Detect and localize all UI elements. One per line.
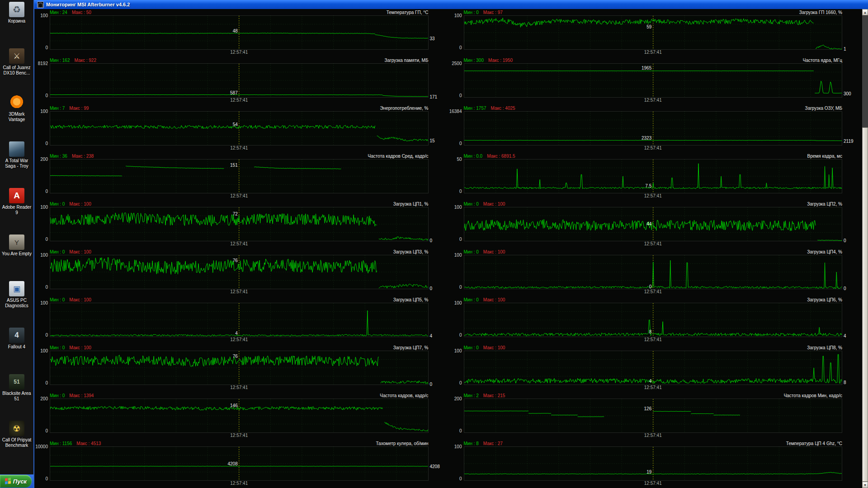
graph-title: Загрузка ЦП8, % — [807, 345, 842, 350]
taskbar: Пуск — [0, 474, 33, 488]
desktop-icon-image: 4 — [9, 328, 24, 343]
graph-title: Загрузка ОЗУ, МБ — [805, 106, 842, 111]
graph-current-value: 4 — [844, 333, 846, 338]
windows-flag-icon — [5, 478, 11, 484]
desktop-icon-label: You Are Empty — [2, 251, 32, 257]
axis-zero-label: 0 — [34, 189, 48, 194]
graph-center-value: 1965 — [642, 66, 651, 70]
scrollbar-thumb[interactable] — [862, 127, 868, 482]
desktop-icon-image: Y — [9, 235, 24, 250]
desktop-icon-image — [9, 141, 24, 157]
axis-zero-label: 0 — [34, 45, 48, 50]
graph-max-label: Макс : 238 — [72, 154, 94, 159]
graph-title: Загрузка ЦП6, % — [807, 297, 842, 302]
desktop-icon-image: ⚔ — [9, 48, 24, 64]
graph-max-label: Макс : 50 — [72, 10, 91, 15]
axis-zero-label: 0 — [448, 428, 462, 433]
scrollbar-up-arrow-icon[interactable]: ▲ — [862, 9, 868, 15]
axis-zero-label: 0 — [448, 141, 462, 146]
desktop-icon-recycle-bin[interactable]: ♻ Корзина — [0, 2, 33, 45]
graph-current-value: 33 — [430, 36, 435, 41]
axis-max-label: 100 — [34, 109, 48, 114]
vertical-scrollbar[interactable]: ▲ ▼ — [862, 9, 868, 488]
graph-timestamp: 12:57:41 — [230, 289, 248, 294]
axis-max-label: 10000 — [34, 444, 48, 449]
graph-max-label: Макс : 4513 — [76, 441, 101, 446]
graph-panel-cpu5: Мин : 0 Макс : 100 Загрузка ЦП5, % 100 0… — [34, 296, 448, 344]
axis-max-label: 100 — [448, 444, 462, 449]
desktop-icon-fallout-4[interactable]: 4 Fallout 4 — [0, 328, 33, 371]
graph-plot: 587 171 12:57:41 — [50, 63, 429, 98]
graph-min-label: Мин : 1156 — [50, 441, 72, 446]
desktop-icon-label: Blacksite Area 51 — [0, 391, 33, 401]
graph-min-label: Мин : 2 — [464, 393, 479, 398]
graph-title: Время кадра, мс — [807, 154, 842, 159]
graph-max-label: Макс : 99 — [69, 106, 89, 111]
afterburner-monitor-window: Мониторинг MSI Afterburner v4.6.2 Мин : … — [33, 0, 868, 488]
graph-center-value: 44 — [646, 221, 651, 226]
graph-current-value: 300 — [844, 91, 851, 96]
axis-max-label: 100 — [448, 253, 462, 258]
graph-title: Энергопотребление, % — [380, 106, 429, 111]
desktop-icon-label: Call Of Pripyat Benchmark — [0, 437, 33, 448]
axis-zero-label: 0 — [448, 380, 462, 385]
graph-timestamp: 12:57:41 — [230, 337, 248, 342]
desktop-icon-blacksite[interactable]: 51 Blacksite Area 51 — [0, 374, 33, 418]
graph-min-label: Мин : 7 — [50, 106, 65, 111]
start-button-label: Пуск — [13, 478, 27, 485]
start-button[interactable]: Пуск — [0, 475, 32, 488]
desktop-icon-you-are-empty[interactable]: Y You Are Empty — [0, 235, 33, 278]
scrollbar-down-arrow-icon[interactable]: ▼ — [862, 482, 868, 488]
graph-timestamp: 12:57:41 — [644, 337, 662, 342]
graph-panel-cpu7: Мин : 0 Макс : 100 Загрузка ЦП7, % 100 0… — [34, 344, 448, 392]
desktop-icon-asus-pc-diagnostics[interactable]: ▣ ASUS PC Diagnostics — [0, 281, 33, 324]
desktop-icon-image: ♻ — [9, 2, 24, 17]
graph-min-label: Мин : 0 — [50, 297, 65, 302]
desktop-icon-adobe-reader[interactable]: A Adobe Reader 9 — [0, 188, 33, 231]
graph-plot: 54 15 12:57:41 — [50, 111, 429, 145]
graph-min-label: Мин : 162 — [50, 58, 70, 63]
graph-min-label: Мин : 0 — [50, 249, 65, 254]
axis-max-label: 100 — [448, 300, 462, 305]
graph-timestamp: 12:57:41 — [230, 241, 248, 246]
graph-max-label: Макс : 100 — [483, 249, 505, 254]
desktop-icon-call-of-juarez[interactable]: ⚔ Call of Juarez DX10 Benc... — [0, 48, 33, 92]
graph-current-value: 0 — [430, 382, 433, 387]
graph-plot: 76 0 12:57:41 — [50, 255, 429, 289]
graph-max-label: Макс : 100 — [69, 249, 91, 254]
desktop-icon-3dmark-vantage[interactable]: 3DMark Vantage — [0, 95, 33, 138]
graph-panel-cpu-temp: Мин : 8 Макс : 27 Температура ЦП 4 Ghz, … — [448, 440, 863, 488]
graph-min-label: Мин : 8 — [464, 441, 479, 446]
graph-current-value: 4208 — [430, 464, 440, 469]
desktop-icon-pripyat[interactable]: ☢ Call Of Pripyat Benchmark — [0, 421, 33, 464]
axis-max-label: 200 — [34, 157, 48, 162]
desktop-icon-image — [9, 95, 24, 110]
desktop-icon-image: 51 — [9, 374, 24, 389]
graph-timestamp: 12:57:41 — [644, 385, 662, 390]
afterburner-app-icon — [37, 1, 44, 8]
graph-plot: 2323 2119 12:57:41 — [464, 111, 843, 145]
graph-current-value: 0 — [430, 286, 433, 291]
desktop-icon-total-war-troy[interactable]: A Total War Saga - Troy — [0, 141, 33, 185]
graph-timestamp: 12:57:41 — [644, 289, 662, 294]
graph-center-value: 126 — [644, 406, 652, 411]
graph-min-label: Мин : 0 — [464, 202, 479, 206]
graph-panel-gpu-usage: Мин : 0 Макс : 97 Загрузка ГП 1660, % 10… — [448, 9, 863, 57]
axis-max-label: 200 — [34, 396, 48, 401]
graph-panel-ram-usage: Мин : 1757 Макс : 4025 Загрузка ОЗУ, МБ … — [448, 105, 863, 153]
window-titlebar[interactable]: Мониторинг MSI Afterburner v4.6.2 — [34, 0, 868, 9]
graph-center-value: 4 — [235, 331, 238, 336]
axis-zero-label: 0 — [34, 237, 48, 242]
graph-plot: 48 33 12:57:41 — [50, 15, 429, 50]
graph-timestamp: 12:57:41 — [230, 145, 248, 150]
graph-center-value: 76 — [233, 354, 238, 359]
graph-panel-frametime: Мин : 0.0 Макс : 6891.5 Время кадра, мс … — [448, 153, 863, 201]
graph-max-label: Макс : 100 — [483, 202, 505, 206]
graph-panel-cpu2: Мин : 0 Макс : 100 Загрузка ЦП2, % 100 0… — [448, 201, 863, 249]
graph-center-value: 0 — [649, 284, 652, 289]
graph-max-label: Макс : 27 — [483, 441, 503, 446]
graph-max-label: Макс : 100 — [483, 345, 505, 350]
graph-timestamp: 12:57:41 — [644, 193, 662, 198]
graph-timestamp: 12:57:41 — [644, 50, 662, 55]
axis-max-label: 100 — [34, 348, 48, 353]
